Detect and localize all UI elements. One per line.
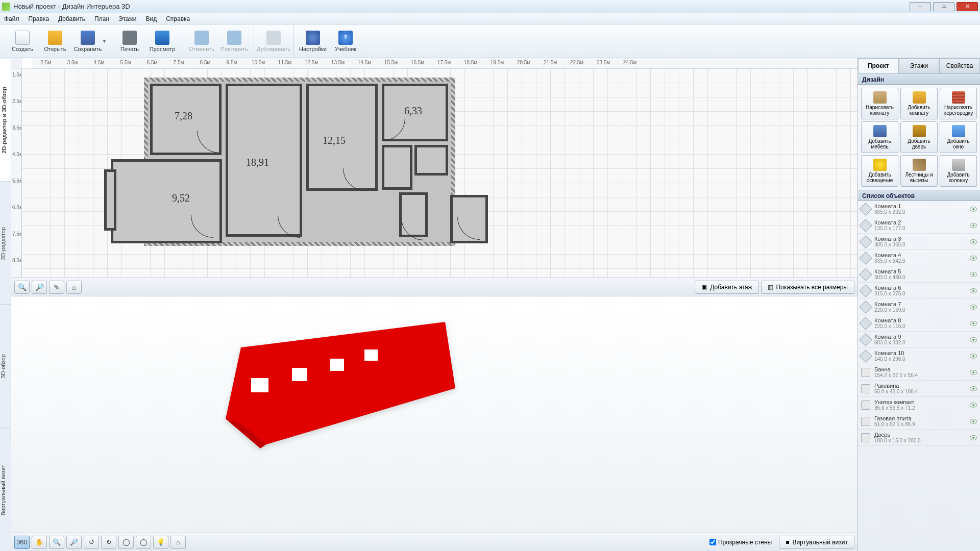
object-row[interactable]: Комната 3305.0 x 365.0 bbox=[858, 234, 980, 250]
object-row[interactable]: Комната 10140.0 x 296.0 bbox=[858, 348, 980, 364]
visibility-icon[interactable] bbox=[970, 223, 977, 228]
tab-floors[interactable]: Этажи bbox=[899, 58, 940, 73]
design-button-4[interactable]: Добавить дверь bbox=[900, 121, 938, 153]
design-button-5[interactable]: Добавить окно bbox=[940, 121, 977, 153]
visibility-icon[interactable] bbox=[970, 419, 977, 424]
object-row[interactable]: Дверь100.0 x 15.0 x 200.0 bbox=[858, 430, 980, 446]
help-button[interactable]: Учебник bbox=[329, 27, 362, 56]
redo-button[interactable]: Повторить bbox=[218, 27, 251, 56]
visibility-icon[interactable] bbox=[970, 435, 977, 440]
object-row[interactable]: Комната 4335.0 x 642.0 bbox=[858, 250, 980, 266]
home-button[interactable]: ⌂ bbox=[66, 281, 82, 294]
orbit-button[interactable]: 360 bbox=[14, 536, 30, 549]
visibility-icon[interactable] bbox=[970, 256, 977, 261]
object-row[interactable]: Комната 6315.0 x 275.0 bbox=[858, 283, 980, 299]
zoom-in-button[interactable]: 🔎 bbox=[32, 281, 47, 294]
tab-properties[interactable]: Свойства bbox=[939, 58, 980, 73]
right-panel: Проект Этажи Свойства Дизайн Нарисовать … bbox=[857, 58, 980, 551]
design-button-1[interactable]: Добавить комнату bbox=[900, 88, 938, 119]
menu-view[interactable]: Вид bbox=[145, 15, 157, 22]
visibility-icon[interactable] bbox=[970, 370, 977, 375]
tab-project[interactable]: Проект bbox=[858, 58, 899, 73]
object-row[interactable]: Раковина55.0 x 45.0 x 108.4 bbox=[858, 381, 980, 397]
zoom-out-3d-button[interactable]: 🔍 bbox=[49, 536, 64, 549]
visibility-icon[interactable] bbox=[970, 305, 977, 310]
save-dropdown-icon[interactable]: ▼ bbox=[102, 39, 107, 44]
lasso2-button[interactable]: ◯ bbox=[136, 536, 151, 549]
settings-button[interactable]: Настройки bbox=[297, 27, 329, 56]
visibility-icon[interactable] bbox=[970, 386, 977, 391]
zoom-in-3d-button[interactable]: 🔎 bbox=[66, 536, 82, 549]
object-row[interactable]: Комната 8220.0 x 116.0 bbox=[858, 315, 980, 332]
design-button-7[interactable]: Лестницы и вырезы bbox=[900, 155, 938, 187]
open-button[interactable]: Открыть bbox=[39, 27, 71, 56]
object-text: Дверь100.0 x 15.0 x 200.0 bbox=[874, 432, 966, 444]
object-row[interactable]: Унитаз компакт35.6 x 56.5 x 71.2 bbox=[858, 397, 980, 413]
menu-help[interactable]: Справка bbox=[166, 15, 190, 22]
vtab-2d3d[interactable]: 2D-редактор и 3D-обзор bbox=[0, 58, 11, 182]
rotate-left-button[interactable]: ↺ bbox=[84, 536, 99, 549]
visibility-icon[interactable] bbox=[970, 321, 977, 326]
menu-file[interactable]: Файл bbox=[4, 15, 19, 22]
floor-plan[interactable]: 7,28 18,91 12,15 6,33 9,52 bbox=[144, 78, 511, 251]
maximize-button[interactable]: ▭ bbox=[933, 2, 954, 11]
show-dimensions-button[interactable]: ▥Показывать все размеры bbox=[761, 281, 854, 294]
room-small-1[interactable] bbox=[382, 145, 412, 190]
object-row[interactable]: Ванна154.2 x 67.5 x 50.4 bbox=[858, 364, 980, 381]
visibility-icon[interactable] bbox=[970, 403, 977, 408]
visibility-icon[interactable] bbox=[970, 239, 977, 244]
lasso-button[interactable]: ◯ bbox=[118, 536, 134, 549]
canvas-2d[interactable]: 7,28 18,91 12,15 6,33 9,52 bbox=[21, 68, 857, 278]
design-button-8[interactable]: Добавить колонну bbox=[940, 155, 977, 187]
object-row[interactable]: Комната 5303.0 x 480.0 bbox=[858, 266, 980, 283]
visibility-icon[interactable] bbox=[970, 207, 977, 212]
transparent-walls-input[interactable] bbox=[709, 539, 716, 545]
vtab-2d[interactable]: 2D-редактор bbox=[0, 182, 11, 305]
vtab-3d[interactable]: 3D-обзор bbox=[0, 305, 11, 428]
home-3d-button[interactable]: ⌂ bbox=[170, 536, 186, 549]
pan-button[interactable]: ✋ bbox=[32, 536, 47, 549]
add-floor-button[interactable]: ▣Добавить этаж bbox=[695, 281, 758, 294]
room-small-2[interactable] bbox=[414, 145, 448, 176]
preview-label: Просмотр bbox=[150, 46, 175, 52]
object-row[interactable]: Газовая плита51.0 x 62.1 x 86.9 bbox=[858, 413, 980, 430]
design-button-6[interactable]: Добавить освещение bbox=[861, 155, 898, 187]
vtab-virtual[interactable]: Виртуальный визит bbox=[0, 428, 11, 552]
minimize-button[interactable]: ─ bbox=[910, 2, 931, 11]
object-row[interactable]: Комната 7220.0 x 159.0 bbox=[858, 299, 980, 315]
print-button[interactable]: Печать bbox=[113, 27, 146, 56]
new-button[interactable]: Создать bbox=[6, 27, 39, 56]
visibility-icon[interactable] bbox=[970, 272, 977, 277]
preview-button[interactable]: Просмотр bbox=[146, 27, 179, 56]
visibility-icon[interactable] bbox=[970, 337, 977, 342]
menu-add[interactable]: Добавить bbox=[58, 15, 85, 22]
visibility-icon[interactable] bbox=[970, 354, 977, 359]
design-icon bbox=[873, 91, 887, 104]
rotate-right-button[interactable]: ↻ bbox=[101, 536, 116, 549]
canvas-3d[interactable] bbox=[11, 296, 857, 533]
save-button[interactable]: Сохранить bbox=[71, 27, 104, 56]
room-icon bbox=[859, 300, 872, 313]
menu-edit[interactable]: Правка bbox=[29, 15, 50, 22]
object-row[interactable]: Комната 2135.0 x 177.0 bbox=[858, 217, 980, 234]
light-button[interactable]: 💡 bbox=[153, 536, 168, 549]
ruler-h-label: 12.5м bbox=[305, 60, 318, 65]
object-row[interactable]: Комната 9603.0 x 382.0 bbox=[858, 332, 980, 348]
object-row[interactable]: Комната 1305.0 x 292.0 bbox=[858, 201, 980, 217]
transparent-walls-checkbox[interactable]: Прозрачные стены bbox=[709, 539, 772, 546]
edit-button[interactable]: ✎ bbox=[49, 281, 64, 294]
undo-button[interactable]: Отменить bbox=[185, 27, 218, 56]
zoom-out-button[interactable]: 🔍 bbox=[14, 281, 30, 294]
close-button[interactable]: ✕ bbox=[957, 2, 978, 11]
room-balcony[interactable] bbox=[104, 169, 116, 231]
menu-plan[interactable]: План bbox=[94, 15, 109, 22]
visibility-icon[interactable] bbox=[970, 288, 977, 293]
objects-list[interactable]: Комната 1305.0 x 292.0Комната 2135.0 x 1… bbox=[858, 201, 980, 551]
menu-floors[interactable]: Этажи bbox=[118, 15, 136, 22]
design-button-2[interactable]: Нарисовать перегородку bbox=[940, 88, 977, 119]
duplicate-button[interactable]: Дублировать bbox=[257, 27, 290, 56]
design-button-3[interactable]: Добавить мебель bbox=[861, 121, 898, 153]
design-button-0[interactable]: Нарисовать комнату bbox=[861, 88, 898, 119]
virtual-visit-button[interactable]: ■Виртуальный визит bbox=[779, 536, 854, 549]
settings-label: Настройки bbox=[299, 46, 327, 52]
